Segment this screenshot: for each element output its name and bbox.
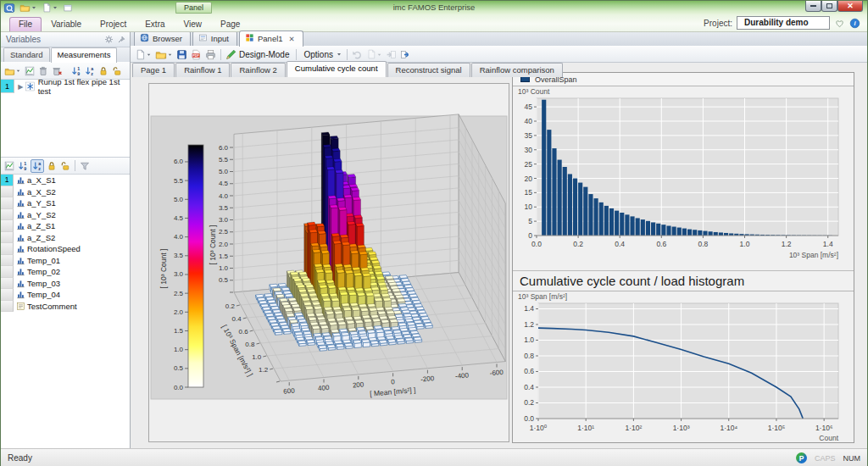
variable-row[interactable]: Temp_03 xyxy=(1,278,130,290)
overall-span-histogram[interactable]: 10³ Count0.00.20.40.60.81.01.21.40510152… xyxy=(513,86,852,269)
unlock-button[interactable] xyxy=(111,65,123,77)
cumulative-cycle-chart[interactable]: 10³ Span [m/s²]1·10⁰1·10¹1·10²1·10³1·10⁴… xyxy=(513,291,852,442)
lock-button[interactable] xyxy=(97,65,109,77)
variable-row[interactable]: Temp_02 xyxy=(1,266,130,278)
variable-row[interactable]: a_Z_S2 xyxy=(1,232,130,244)
page-tab-reconstruct-signal[interactable]: Reconstruct signal xyxy=(387,63,470,77)
sort-numeric-button[interactable] xyxy=(70,65,82,77)
measurement-label[interactable]: Runup 1st flex pipe 1st test xyxy=(38,77,130,96)
doc-tab-browser[interactable]: Browser xyxy=(134,31,191,46)
menu-item-file[interactable]: File xyxy=(9,17,42,31)
variable-name[interactable]: a_X_S2 xyxy=(27,187,56,197)
rainflow-3d-widget[interactable]: 0.00.51.01.52.02.53.03.54.04.55.05.56.0[… xyxy=(148,83,509,442)
menu-item-project[interactable]: Project xyxy=(91,17,136,31)
delete-button[interactable] xyxy=(37,65,49,77)
variable-name[interactable]: Temp_02 xyxy=(27,267,60,276)
import-page-button[interactable] xyxy=(385,48,398,61)
undo-button[interactable] xyxy=(351,48,364,61)
new-page-button[interactable] xyxy=(365,48,383,60)
menu-item-view[interactable]: View xyxy=(175,17,212,31)
sort-alpha-button[interactable] xyxy=(31,159,44,173)
doc-tab-panel1[interactable]: Panel1✕ xyxy=(239,31,303,47)
waveform-icon xyxy=(16,210,25,219)
page-tab-page-1[interactable]: Page 1 xyxy=(132,63,175,77)
open-measurement-button[interactable] xyxy=(3,65,22,77)
show-curves-button[interactable] xyxy=(24,65,36,77)
favorites-heart-icon[interactable] xyxy=(834,18,845,29)
title-bar: imc FAMOS Enterprise Panel ✕ xyxy=(1,1,867,14)
variable-name[interactable]: a_Y_S1 xyxy=(27,198,56,208)
export-pdf-button[interactable] xyxy=(190,48,203,61)
separator xyxy=(220,49,221,60)
close-tab-icon[interactable]: ✕ xyxy=(289,35,295,43)
page-tab-rainflow-comparison[interactable]: Rainflow comparison xyxy=(471,63,563,77)
variable-row[interactable]: a_Y_S1 xyxy=(1,197,130,209)
svg-text:40: 40 xyxy=(525,117,533,125)
sort-alpha-button[interactable] xyxy=(84,65,96,77)
famos-tray-icon[interactable]: P xyxy=(796,452,807,463)
svg-text:4.0: 4.0 xyxy=(219,192,229,200)
project-selector[interactable]: Durability demo xyxy=(737,16,830,30)
svg-text:0.8: 0.8 xyxy=(698,240,708,248)
variable-row[interactable]: TestComment xyxy=(1,301,130,313)
delete-all-button[interactable] xyxy=(51,65,64,77)
measurement-row[interactable]: 1 ▶ Runup 1st flex pipe 1st test xyxy=(1,80,130,93)
menu-item-extra[interactable]: Extra xyxy=(136,17,174,31)
show-curves-button[interactable] xyxy=(3,160,15,172)
page-tab-rainflow-2[interactable]: Rainflow 2 xyxy=(231,63,285,77)
pin-icon[interactable] xyxy=(117,35,126,44)
svg-text:[ 10³ Count ]: [ 10³ Count ] xyxy=(209,225,217,265)
save-button[interactable] xyxy=(175,48,188,61)
variable-name[interactable]: RotationSpeed xyxy=(27,244,81,253)
unlock-button[interactable] xyxy=(59,160,71,172)
svg-text:5.0: 5.0 xyxy=(174,196,184,203)
page-tab-rainflow-1[interactable]: Rainflow 1 xyxy=(175,63,230,77)
measurement-index-badge[interactable]: 1 xyxy=(1,80,14,93)
doc-tab-input[interactable]: Input xyxy=(192,31,237,46)
tab-measurements[interactable]: Measurements xyxy=(51,47,118,63)
lock-button[interactable] xyxy=(46,160,58,172)
variable-name[interactable]: a_X_S1 xyxy=(27,175,56,185)
variable-name[interactable]: Temp_03 xyxy=(27,279,60,288)
minimize-button[interactable] xyxy=(805,1,821,12)
tab-standard[interactable]: Standard xyxy=(3,47,50,62)
sort-numeric-button[interactable] xyxy=(17,160,29,172)
variable-row[interactable]: a_Z_S1 xyxy=(1,220,130,232)
gear-icon[interactable] xyxy=(104,35,114,44)
variable-name[interactable]: Temp_01 xyxy=(27,256,60,265)
panel-context-chip[interactable]: Panel xyxy=(175,2,212,14)
variable-name[interactable]: TestComment xyxy=(27,302,77,311)
variable-row[interactable]: Temp_04 xyxy=(1,289,130,301)
variable-name[interactable]: a_Z_S1 xyxy=(27,221,55,230)
favorite-icon[interactable] xyxy=(25,81,35,92)
comment-icon xyxy=(16,302,25,311)
menu-item-variable[interactable]: Variable xyxy=(42,17,91,31)
filter-button[interactable] xyxy=(79,160,91,172)
svg-text:20: 20 xyxy=(525,175,533,183)
expand-arrow-icon[interactable]: ▶ xyxy=(14,83,25,91)
variable-name[interactable]: a_Z_S2 xyxy=(27,233,55,242)
chevron-down-icon xyxy=(336,51,342,58)
print-button[interactable] xyxy=(204,48,217,61)
svg-text:4.5: 4.5 xyxy=(174,214,184,222)
variable-index-cell xyxy=(1,209,14,221)
page-tab-cumulative-cycle-count[interactable]: Cumulative cycle count xyxy=(287,61,387,77)
open-panel-button[interactable] xyxy=(154,48,174,61)
variable-name[interactable]: Temp_04 xyxy=(27,290,60,299)
close-button[interactable]: ✕ xyxy=(837,1,863,12)
options-button[interactable]: Options xyxy=(300,49,342,60)
export-page-button[interactable] xyxy=(399,48,412,61)
maximize-button[interactable] xyxy=(821,1,837,12)
new-panel-button[interactable] xyxy=(134,48,153,61)
variable-row[interactable]: 1a_X_S1 xyxy=(1,175,130,186)
variable-row[interactable]: a_X_S2 xyxy=(1,186,130,198)
variable-name[interactable]: a_Y_S2 xyxy=(27,210,56,219)
variable-row[interactable]: Temp_01 xyxy=(1,255,130,267)
svg-text:1·10⁶: 1·10⁶ xyxy=(815,424,833,432)
svg-text:5.5: 5.5 xyxy=(219,156,229,164)
info-icon[interactable] xyxy=(849,18,860,29)
variable-row[interactable]: a_Y_S2 xyxy=(1,209,130,221)
design-mode-button[interactable]: Design-Mode xyxy=(225,48,292,61)
variable-row[interactable]: RotationSpeed xyxy=(1,243,130,255)
menu-item-page[interactable]: Page xyxy=(211,17,249,31)
